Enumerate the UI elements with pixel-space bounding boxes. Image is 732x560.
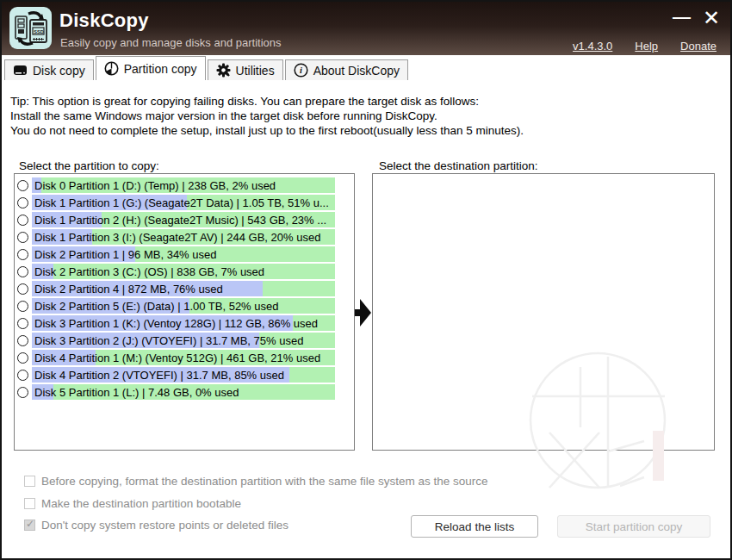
donate-link[interactable]: Donate xyxy=(680,40,716,53)
diskcopy-window: SSD DiskCopy Easily copy and manage disk… xyxy=(0,0,732,560)
start-partition-copy-button[interactable]: Start partition copy xyxy=(557,515,710,538)
tab-label: Disk copy xyxy=(33,64,85,78)
app-logo-icon: SSD xyxy=(9,7,52,49)
partition-radio[interactable] xyxy=(17,318,28,329)
partition-row[interactable]: Disk 3 Partition 2 (J:) (VTOYEFI) | 31.7… xyxy=(15,332,354,349)
minimize-button[interactable]: — xyxy=(673,5,691,28)
option-format-destination[interactable]: Before copying, format the destination p… xyxy=(24,475,488,488)
partition-label: Disk 3 Partition 2 (J:) (VTOYEFI) | 31.7… xyxy=(32,334,303,347)
disk-icon xyxy=(13,65,28,76)
partition-label: Disk 5 Partition 1 (L:) | 7.48 GB, 0% us… xyxy=(32,386,239,399)
partition-radio[interactable] xyxy=(17,387,28,398)
partition-usage-bar: Disk 1 Partition 1 (G:) (Seagate2T Data)… xyxy=(32,195,335,210)
partition-usage-bar: Disk 2 Partition 5 (E:) (Data) | 1.00 TB… xyxy=(32,298,335,314)
partition-usage-bar: Disk 3 Partition 1 (K:) (Ventoy 128G) | … xyxy=(32,315,335,331)
partition-row[interactable]: Disk 0 Partition 1 (D:) (Temp) | 238 GB,… xyxy=(15,177,354,194)
version-link[interactable]: v1.4.3.0 xyxy=(573,40,612,53)
partition-radio[interactable] xyxy=(17,301,28,312)
partition-usage-bar: Disk 3 Partition 2 (J:) (VTOYEFI) | 31.7… xyxy=(32,333,335,348)
partition-usage-bar: Disk 2 Partition 3 (C:) (OS) | 838 GB, 7… xyxy=(32,264,335,279)
partition-row[interactable]: Disk 2 Partition 5 (E:) (Data) | 1.00 TB… xyxy=(15,297,354,314)
partition-radio[interactable] xyxy=(17,335,28,346)
partition-usage-bar: Disk 4 Partition 2 (VTOYEFI) | 31.7 MB, … xyxy=(32,367,335,383)
partition-row[interactable]: Disk 3 Partition 1 (K:) (Ventoy 128G) | … xyxy=(15,314,354,332)
partition-label: Disk 2 Partition 1 | 96 MB, 34% used xyxy=(32,248,216,261)
partition-label: Disk 1 Partition 1 (G:) (Seagate2T Data)… xyxy=(32,196,329,209)
partition-label: Disk 3 Partition 1 (K:) (Ventoy 128G) | … xyxy=(32,317,318,330)
svg-text:i: i xyxy=(300,65,302,75)
partition-radio[interactable] xyxy=(17,249,28,260)
tab-bar: Disk copy Partition copy xyxy=(2,55,730,80)
partition-row[interactable]: Disk 1 Partition 1 (G:) (Seagate2T Data)… xyxy=(15,194,354,211)
option-label: Don't copy system restore points or dele… xyxy=(41,519,288,532)
tip-line: Install the same Windows major version i… xyxy=(10,109,524,123)
tab-about[interactable]: i About DiskCopy xyxy=(285,59,408,80)
tip-text: Tip: This option is great for copying fa… xyxy=(10,94,524,138)
checkbox-icon xyxy=(24,520,35,531)
partition-radio[interactable] xyxy=(17,180,28,191)
titlebar: SSD DiskCopy Easily copy and manage disk… xyxy=(2,2,730,55)
checkbox-icon xyxy=(24,498,35,509)
partition-row[interactable]: Disk 2 Partition 3 (C:) (OS) | 838 GB, 7… xyxy=(15,263,354,280)
partition-label: Disk 1 Partition 2 (H:) (Seagate2T Music… xyxy=(32,214,326,227)
info-icon: i xyxy=(294,63,308,78)
option-label: Make the destination partition bootable xyxy=(41,497,241,510)
reload-lists-button[interactable]: Reload the lists xyxy=(411,515,538,538)
partition-label: Disk 0 Partition 1 (D:) (Temp) | 238 GB,… xyxy=(32,179,276,192)
partition-row[interactable]: Disk 5 Partition 1 (L:) | 7.48 GB, 0% us… xyxy=(15,383,354,401)
partition-radio[interactable] xyxy=(17,232,28,243)
source-partition-list: Disk 0 Partition 1 (D:) (Temp) | 238 GB,… xyxy=(14,173,355,451)
tab-label: Utilities xyxy=(236,64,275,78)
tab-label: Partition copy xyxy=(124,62,197,76)
partition-row[interactable]: Disk 4 Partition 2 (VTOYEFI) | 31.7 MB, … xyxy=(15,366,354,383)
tab-disk-copy[interactable]: Disk copy xyxy=(4,59,94,80)
partition-row[interactable]: Disk 2 Partition 4 | 872 MB, 76% used xyxy=(15,280,354,297)
partition-radio[interactable] xyxy=(17,215,28,226)
option-label: Before copying, format the destination p… xyxy=(41,475,488,488)
partition-usage-bar: Disk 5 Partition 1 (L:) | 7.48 GB, 0% us… xyxy=(32,384,335,400)
svg-text:SSD: SSD xyxy=(34,29,44,34)
partition-row[interactable]: Disk 4 Partition 1 (M:) (Ventoy 512G) | … xyxy=(15,349,354,366)
tab-label: About DiskCopy xyxy=(313,64,400,78)
app-title: DiskCopy xyxy=(59,9,149,32)
partition-usage-bar: Disk 1 Partition 2 (H:) (Seagate2T Music… xyxy=(32,212,335,227)
partition-radio[interactable] xyxy=(17,370,28,381)
tip-line: Tip: This option is great for copying fa… xyxy=(10,94,524,109)
tab-utilities[interactable]: Utilities xyxy=(208,59,283,80)
partition-radio[interactable] xyxy=(17,266,28,277)
partition-label: Disk 2 Partition 4 | 872 MB, 76% used xyxy=(32,283,223,296)
partition-usage-bar: Disk 2 Partition 1 | 96 MB, 34% used xyxy=(32,246,335,262)
partition-usage-bar: Disk 0 Partition 1 (D:) (Temp) | 238 GB,… xyxy=(32,177,335,193)
close-button[interactable]: ✕ xyxy=(703,5,720,31)
partition-row[interactable]: Disk 1 Partition 3 (I:) (Seagate2T AV) |… xyxy=(15,228,354,246)
option-make-bootable[interactable]: Make the destination partition bootable xyxy=(24,497,241,510)
app-subtitle: Easily copy and manage disks and partiti… xyxy=(60,36,282,49)
gear-icon xyxy=(216,63,231,78)
partition-usage-bar: Disk 1 Partition 3 (I:) (Seagate2T AV) |… xyxy=(32,229,335,245)
partition-icon xyxy=(104,61,119,76)
tab-partition-copy[interactable]: Partition copy xyxy=(96,56,206,80)
partition-usage-bar: Disk 2 Partition 4 | 872 MB, 76% used xyxy=(32,281,335,296)
partition-label: Disk 2 Partition 3 (C:) (OS) | 838 GB, 7… xyxy=(32,265,264,278)
tip-line: You do not need to complete the setup, i… xyxy=(10,123,524,138)
help-link[interactable]: Help xyxy=(635,40,658,53)
destination-panel-label: Select the destination partition: xyxy=(379,159,538,172)
partition-label: Disk 2 Partition 5 (E:) (Data) | 1.00 TB… xyxy=(32,300,278,313)
source-panel-label: Select the partition to copy: xyxy=(19,159,159,172)
partition-label: Disk 1 Partition 3 (I:) (Seagate2T AV) |… xyxy=(32,231,320,244)
partition-radio[interactable] xyxy=(17,352,28,364)
option-skip-restore-points[interactable]: Don't copy system restore points or dele… xyxy=(24,519,288,532)
destination-partition-list xyxy=(372,173,715,451)
partition-label: Disk 4 Partition 2 (VTOYEFI) | 31.7 MB, … xyxy=(32,369,284,382)
partition-usage-bar: Disk 4 Partition 1 (M:) (Ventoy 512G) | … xyxy=(32,350,335,365)
partition-row[interactable]: Disk 1 Partition 2 (H:) (Seagate2T Music… xyxy=(15,211,354,228)
checkbox-icon xyxy=(24,476,35,487)
copy-direction-arrow-icon xyxy=(355,296,372,329)
partition-radio[interactable] xyxy=(17,197,28,208)
partition-label: Disk 4 Partition 1 (M:) (Ventoy 512G) | … xyxy=(32,352,320,364)
partition-row[interactable]: Disk 2 Partition 1 | 96 MB, 34% used xyxy=(15,246,354,263)
partition-radio[interactable] xyxy=(17,283,28,295)
